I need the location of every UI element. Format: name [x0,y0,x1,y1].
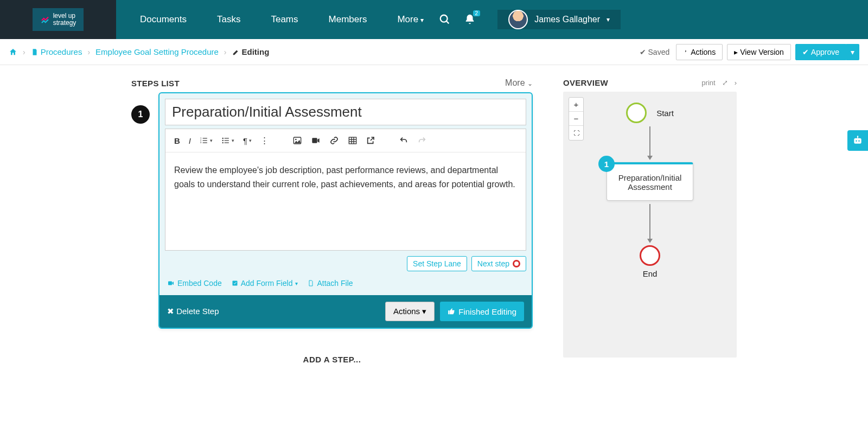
approve-dropdown[interactable]: ▾ [846,44,859,60]
video-icon[interactable] [308,134,324,147]
overview-canvas[interactable]: + − ⛶ Start 1 Preparation/Initial Assess… [563,92,737,358]
svg-rect-9 [225,138,229,138]
chevron-right-icon: › [87,48,90,56]
next-step-button[interactable]: Next step [471,256,526,271]
add-form-field-link[interactable]: Add Form Field▾ [232,279,298,288]
approve-group: ✔ Approve ▾ [795,44,859,60]
external-link-icon[interactable] [363,134,378,147]
breadcrumb-editing: Editing [232,47,270,56]
top-bar: level upstrategy Documents Tasks Teams M… [0,0,868,39]
svg-text:3: 3 [200,141,202,144]
assistant-icon[interactable] [847,130,868,151]
actions-button[interactable]: Actions [676,44,723,60]
svg-rect-24 [854,138,861,144]
breadcrumb-procedures[interactable]: Procedures [31,47,82,56]
chevron-down-icon: ▾ [607,16,610,23]
breadcrumb: › Procedures › Employee Goal Setting Pro… [9,47,269,56]
user-menu[interactable]: James Gallagher ▾ [497,10,621,29]
delete-step-button[interactable]: ✖ Delete Step [167,307,219,316]
svg-rect-11 [225,140,229,141]
svg-rect-4 [203,143,207,143]
svg-point-12 [222,142,224,143]
zoom-out-button[interactable]: − [569,112,583,126]
set-step-lane-button[interactable]: Set Step Lane [407,256,467,271]
paragraph-icon[interactable]: ¶ [240,134,255,148]
svg-point-15 [295,139,297,141]
finished-editing-button[interactable]: Finished Editing [440,302,524,321]
logo-text: level upstrategy [53,12,76,27]
zoom-controls: + − ⛶ [569,97,584,141]
notifications-icon[interactable]: 2 [464,14,476,25]
bold-icon[interactable]: B [171,134,183,148]
link-icon[interactable] [326,134,342,147]
search-icon[interactable] [439,14,451,25]
collapse-icon[interactable]: › [735,79,737,87]
saved-status: ✔ Saved [640,48,670,56]
chevron-right-icon: › [23,48,25,56]
view-version-button[interactable]: ▸ View Version [727,44,791,60]
nav-tasks[interactable]: Tasks [202,14,256,25]
chevron-right-icon: › [224,48,227,56]
attach-file-link[interactable]: Attach File [308,279,353,288]
procedure-node-title: Preparation/Initial Assessment [618,173,682,192]
step-title-input[interactable] [165,99,526,125]
add-step-button[interactable]: ADD A STEP... [131,355,533,364]
steps-list-title: STEPS LIST [131,79,180,88]
avatar [508,10,528,29]
table-icon[interactable] [344,134,361,147]
overview-title: OVERVIEW [563,78,695,87]
step-actions-button[interactable]: Actions ▾ [385,302,435,321]
approve-button[interactable]: ✔ Approve [795,44,846,60]
nav-teams[interactable]: Teams [256,14,313,25]
svg-point-0 [441,15,448,22]
fullscreen-button[interactable]: ⛶ [569,126,583,140]
procedure-node-number: 1 [598,156,615,172]
breadcrumb-doc[interactable]: Employee Goal Setting Procedure [95,47,219,56]
svg-point-25 [856,141,857,142]
svg-point-8 [222,138,224,139]
svg-rect-3 [203,140,207,141]
ordered-list-icon[interactable]: 123 [196,135,216,146]
step-card: B I 123 ¶ ⋮ [158,92,533,329]
expand-icon[interactable]: ⤢ [722,79,728,87]
home-icon[interactable] [9,48,17,56]
logo-area: level upstrategy [0,0,116,39]
user-name: James Gallagher [534,15,600,24]
editor-toolbar: B I 123 ¶ ⋮ [165,129,526,152]
svg-point-10 [222,140,224,141]
nav-documents[interactable]: Documents [125,14,202,25]
breadcrumb-bar: › Procedures › Employee Goal Setting Pro… [0,39,868,65]
end-node[interactable] [640,245,660,266]
nav-members[interactable]: Members [314,14,382,25]
logo-icon [40,15,50,24]
svg-point-28 [857,136,859,137]
italic-icon[interactable]: I [186,134,194,148]
ring-icon [513,260,520,267]
svg-rect-23 [232,281,237,286]
undo-icon[interactable] [395,134,412,147]
step-body-editor[interactable]: Review the employee's job description, p… [165,152,526,250]
arrow-icon [649,204,650,242]
bullet-list-icon[interactable] [218,135,238,146]
step-number: 1 [131,105,150,124]
svg-rect-2 [203,138,207,138]
svg-rect-16 [312,138,317,143]
svg-line-1 [446,21,449,24]
start-node[interactable] [626,103,647,123]
svg-point-26 [858,141,860,142]
logo[interactable]: level upstrategy [33,8,84,31]
end-label: End [643,269,658,278]
nav-more[interactable]: More▾ [382,14,439,25]
embed-code-link[interactable]: Embed Code [167,279,222,288]
image-icon[interactable] [289,134,305,147]
steps-more[interactable]: More ⌄ [505,78,533,88]
print-link[interactable]: print [701,79,715,87]
start-label: Start [656,109,674,118]
redo-icon[interactable] [414,134,430,147]
more-tools-icon[interactable]: ⋮ [257,133,272,148]
procedure-node[interactable]: 1 Preparation/Initial Assessment [607,162,693,201]
arrow-icon [649,126,650,159]
zoom-in-button[interactable]: + [569,98,583,112]
svg-rect-13 [225,143,229,143]
notif-badge: 2 [473,10,481,16]
